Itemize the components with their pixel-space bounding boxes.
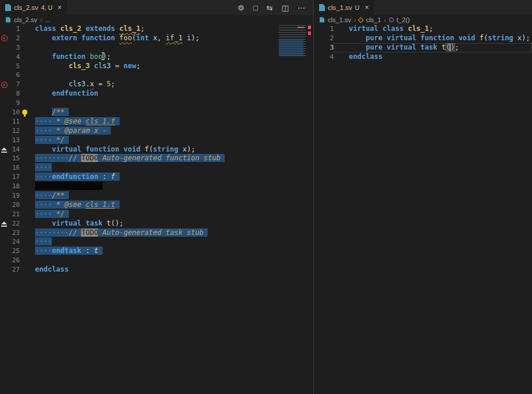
code-content[interactable]: /**	[20, 108, 313, 117]
code-line[interactable]: 14 virtual function void f(string x);	[0, 145, 313, 154]
code-content[interactable]: ···· */	[20, 136, 313, 145]
line-number[interactable]: 17	[8, 173, 20, 182]
code-content[interactable]: endclass	[20, 265, 313, 275]
code-content[interactable]	[20, 43, 313, 52]
line-number[interactable]: 16	[8, 163, 20, 173]
code-line[interactable]: 25····endtask : t	[0, 247, 313, 256]
code-line[interactable]: 3	[0, 43, 313, 52]
lightbulb-icon[interactable]	[22, 110, 27, 115]
code-editor-left[interactable]: 1class cls_2 extends cls_1;✕2 extern fun…	[0, 24, 313, 394]
line-number[interactable]: 13	[8, 136, 20, 145]
line-number[interactable]: 23	[8, 228, 20, 238]
code-line[interactable]: 24····	[0, 237, 313, 247]
line-number[interactable]: 1	[322, 24, 334, 34]
code-line[interactable]: 26	[0, 256, 313, 265]
code-content[interactable]: endclass	[334, 52, 532, 62]
code-line[interactable]: 6	[0, 71, 313, 80]
code-content[interactable]: pure virtual task t();	[334, 43, 532, 52]
code-line[interactable]: 12···· * @param x -	[0, 126, 313, 136]
code-content[interactable]: ····endfunction : f	[20, 173, 313, 182]
code-line[interactable]: 1class cls_2 extends cls_1;	[0, 24, 313, 34]
minimap[interactable]	[279, 25, 306, 57]
tab-cls_2-sv[interactable]: cls_2.sv 4, U ×	[0, 0, 68, 15]
open-preview-icon[interactable]: □	[253, 3, 258, 12]
line-number[interactable]: 2	[8, 34, 20, 43]
line-number[interactable]: 3	[8, 43, 20, 52]
line-number[interactable]: 7	[8, 80, 20, 89]
code-content[interactable]	[20, 182, 313, 191]
code-content[interactable]: ····/**	[20, 191, 313, 200]
code-line[interactable]: 1virtual class cls_1;	[314, 24, 532, 34]
line-number[interactable]: 5	[8, 62, 20, 71]
gear-icon[interactable]: ⚙	[237, 3, 244, 12]
line-number[interactable]: 12	[8, 126, 20, 136]
code-content[interactable]: ···· * @see cls_1.t	[20, 200, 313, 210]
code-line[interactable]: 4 function boo);	[0, 52, 313, 62]
code-line[interactable]: 17····endfunction : f	[0, 173, 313, 182]
line-number[interactable]: 4	[322, 52, 334, 62]
code-content[interactable]: class cls_2 extends cls_1;	[20, 24, 313, 34]
code-content[interactable]: cls3.x = 5;	[20, 80, 313, 89]
code-line[interactable]: 22 virtual task t();	[0, 219, 313, 228]
line-number[interactable]: 14	[8, 145, 20, 154]
code-line[interactable]: 16····	[0, 163, 313, 173]
code-line[interactable]: 15········// TODO Auto-generated functio…	[0, 154, 313, 163]
breadcrumb-file[interactable]: cls_1.sv	[328, 16, 351, 23]
code-line[interactable]: 5 cls_3 cls3 = new;	[0, 62, 313, 71]
line-number[interactable]: 27	[8, 265, 20, 275]
code-editor-right[interactable]: 1virtual class cls_1;2 pure virtual func…	[314, 24, 532, 394]
line-number[interactable]: 1	[8, 24, 20, 34]
code-line[interactable]: 3 pure virtual task t();	[314, 43, 532, 52]
line-number[interactable]: 20	[8, 200, 20, 210]
code-content[interactable]: virtual class cls_1;	[334, 24, 532, 34]
code-content[interactable]	[20, 71, 313, 80]
code-line[interactable]: 11···· * @see cls_1.f	[0, 117, 313, 126]
line-number[interactable]: 25	[8, 247, 20, 256]
line-number[interactable]: 11	[8, 117, 20, 126]
code-content[interactable]: ···· * @see cls_1.f	[20, 117, 313, 126]
line-number[interactable]: 10	[8, 108, 20, 117]
more-actions-icon[interactable]: ⋯	[298, 3, 305, 12]
line-number[interactable]: 24	[8, 237, 20, 247]
code-line[interactable]: 10 /**	[0, 108, 313, 117]
breadcrumb-symbol[interactable]: ...	[45, 16, 50, 23]
line-number[interactable]: 2	[322, 34, 334, 43]
code-content[interactable]: ···· * @param x -	[20, 126, 313, 136]
code-content[interactable]: function boo);	[20, 52, 313, 62]
code-line[interactable]: 21···· */	[0, 210, 313, 219]
code-line[interactable]: 18	[0, 182, 313, 191]
line-number[interactable]: 19	[8, 191, 20, 200]
breadcrumb-file[interactable]: cls_2.sv	[14, 16, 37, 23]
code-content[interactable]: ····	[20, 163, 313, 173]
code-content[interactable]: ····	[20, 237, 313, 247]
code-line[interactable]: 23········// TODO Auto-generated task st…	[0, 228, 313, 238]
split-editor-icon[interactable]: ◫	[282, 3, 289, 12]
code-content[interactable]: endfunction	[20, 89, 313, 98]
code-line[interactable]: 20···· * @see cls_1.t	[0, 200, 313, 210]
code-line[interactable]: 2 pure virtual function void f(string x)…	[314, 34, 532, 43]
code-content[interactable]: ········// TODO Auto-generated function …	[20, 154, 313, 163]
code-content[interactable]: cls_3 cls3 = new;	[20, 62, 313, 71]
code-line[interactable]: ✕7 cls3.x = 5;	[0, 80, 313, 89]
line-number[interactable]: 15	[8, 154, 20, 163]
code-content[interactable]	[20, 256, 313, 265]
compare-changes-icon[interactable]: ⇆	[267, 3, 273, 12]
code-content[interactable]	[20, 98, 313, 108]
code-content[interactable]: ········// TODO Auto-generated task stub	[20, 228, 313, 238]
line-number[interactable]: 18	[8, 182, 20, 191]
close-icon[interactable]: ×	[365, 3, 369, 12]
code-content[interactable]: ····endtask : t	[20, 247, 313, 256]
code-line[interactable]: 19····/**	[0, 191, 313, 200]
breadcrumb-symbol-class[interactable]: cls_1	[366, 16, 381, 23]
line-number[interactable]: 3	[322, 43, 334, 52]
code-line[interactable]: 13···· */	[0, 136, 313, 145]
breadcrumb-symbol-method[interactable]: t_2()	[397, 16, 410, 23]
code-content[interactable]: extern function foo(int x, if_1 i);	[20, 34, 313, 43]
line-number[interactable]: 22	[8, 219, 20, 228]
code-line[interactable]: ✕2 extern function foo(int x, if_1 i);	[0, 34, 313, 43]
line-number[interactable]: 26	[8, 256, 20, 265]
line-number[interactable]: 4	[8, 52, 20, 62]
code-content[interactable]: pure virtual function void f(string x);	[334, 34, 532, 43]
line-number[interactable]: 21	[8, 210, 20, 219]
code-content[interactable]: virtual task t();	[20, 219, 313, 228]
